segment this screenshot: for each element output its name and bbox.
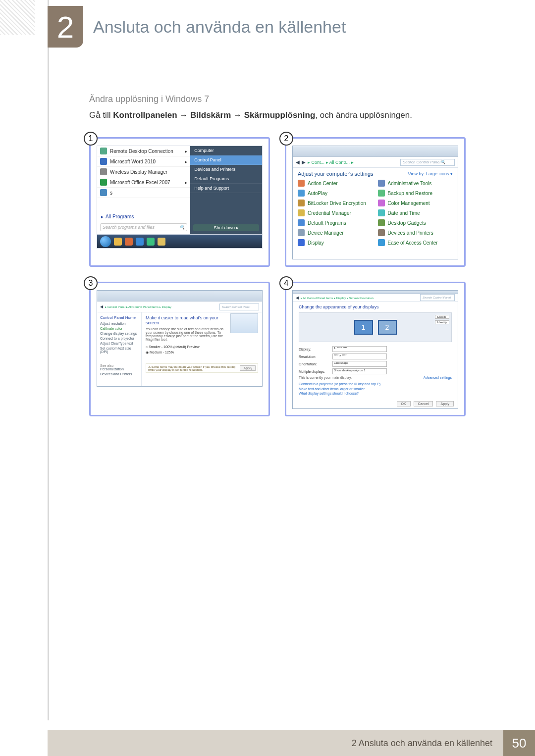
sidebar-link[interactable]: Personalization [100, 367, 138, 371]
all-programs-link[interactable]: ▸ All Programs [97, 212, 190, 221]
cp-item[interactable]: Administrative Tools [378, 180, 453, 187]
start-menu-item[interactable]: s [97, 188, 190, 198]
cp-item[interactable]: Ease of Access Center [378, 239, 453, 246]
display-select[interactable]: 1. **** **** [332, 346, 387, 352]
cp-item[interactable]: BitLocker Drive Encryption [298, 200, 373, 206]
start-search-input[interactable]: Search programs and files🔍 [100, 223, 187, 231]
start-menu-item[interactable]: Wireless Display Manager [97, 167, 190, 177]
panel-2-control-panel: 2 ◀ ▶ ▸ Cont... ▸ All Contr... ▸ Search … [285, 137, 466, 267]
label-resolution: Resolution: [299, 355, 328, 358]
taskbar-icon[interactable] [136, 238, 144, 246]
breadcrumb[interactable]: ▸ Cont... ▸ All Contr... ▸ [308, 160, 354, 165]
dialog-footer: OK Cancel Apply [293, 399, 458, 408]
cp-item[interactable]: Desktop Gadgets [378, 219, 453, 226]
sidebar-link[interactable]: Devices and Printers [100, 372, 138, 376]
cp-items-grid: Action Center Administrative Tools AutoP… [298, 180, 453, 246]
cp-item[interactable]: Date and Time [378, 209, 453, 216]
size-radio-100[interactable]: ○ Smaller - 100% (default) Preview [146, 345, 258, 349]
view-by-dropdown[interactable]: View by: Large icons ▾ [408, 171, 453, 176]
clock-icon [378, 209, 385, 216]
apply-button[interactable]: Apply [240, 365, 256, 371]
cp-item[interactable]: Default Programs [298, 219, 373, 226]
sidebar-link[interactable]: Set custom text size (DPI) [100, 347, 138, 353]
start-orb-icon[interactable] [100, 236, 111, 247]
credential-icon [298, 209, 305, 216]
cp-item[interactable]: Color Management [378, 200, 453, 206]
apply-button[interactable]: Apply [436, 401, 454, 406]
sidebar-link[interactable]: Connect to a projector [100, 337, 138, 340]
cp-item[interactable]: Devices and Printers [378, 229, 453, 236]
back-icon[interactable]: ◀ [100, 304, 103, 309]
label: AutoPlay [308, 191, 327, 196]
advanced-settings-link[interactable]: Advanced settings [424, 376, 452, 379]
label: All Programs [106, 214, 134, 219]
ok-button[interactable]: OK [397, 401, 411, 406]
size-radio-125[interactable]: ◉ Medium - 125% [146, 351, 258, 354]
start-menu-item[interactable]: Microsoft Office Excel 2007▸ [97, 177, 190, 188]
orientation-select[interactable]: Landscape [332, 361, 387, 367]
identify-button[interactable]: Identify [435, 320, 449, 324]
start-right-item[interactable]: Default Programs [190, 174, 262, 184]
cp-item[interactable]: Backup and Restore [378, 190, 453, 197]
start-right-item[interactable]: Devices and Printers [190, 165, 262, 174]
taskbar-icon[interactable] [147, 238, 155, 246]
label: s [110, 190, 112, 196]
cp-item[interactable]: Device Manager [298, 229, 373, 236]
search-icon: 🔍 [440, 160, 445, 164]
path-kontrollpanelen: Kontrollpanelen [113, 110, 177, 120]
content-area: Ändra upplösning i Windows 7 Gå till Kon… [89, 94, 466, 416]
taskbar [97, 235, 263, 249]
panel-3-display: 3 ◀ ▸ Control Panel ▸ All Control Panel … [89, 282, 270, 416]
corner-stripes [0, 0, 35, 35]
back-icon[interactable]: ◀ [296, 159, 300, 165]
search-input[interactable]: Search Control Panel [420, 294, 455, 301]
cp-item[interactable]: Credential Manager [298, 209, 373, 216]
forward-icon[interactable]: ▶ [302, 159, 306, 165]
sidebar-link[interactable]: Adjust resolution [100, 322, 138, 325]
monitor-layout[interactable]: 1 2 Detect Identify [299, 312, 452, 342]
multiple-select[interactable]: Show desktop only on 1 [332, 368, 387, 374]
projector-link[interactable]: Connect to a projector (or press the ⊞ k… [299, 382, 452, 386]
label: Default Programs [308, 220, 346, 226]
taskbar-icon[interactable] [158, 238, 165, 246]
shutdown-button[interactable]: Shut down ▸ [193, 224, 259, 231]
start-right-item[interactable]: Help and Support [190, 184, 262, 193]
cp-item[interactable]: AutoPlay [298, 190, 373, 197]
search-input[interactable]: Search Control Panel🔍 [400, 159, 455, 166]
label: Device Manager [308, 230, 344, 236]
label: Ease of Access Center [388, 240, 438, 246]
panel-1-start-menu: 1 Remote Desktop Connection▸ Microsoft W… [89, 137, 270, 267]
back-icon[interactable]: ◀ [296, 296, 299, 300]
panel-number: 1 [84, 132, 98, 146]
start-right-item[interactable]: Computer [190, 146, 262, 155]
cp-item[interactable]: Action Center [298, 180, 373, 187]
cp-item-display[interactable]: Display [298, 239, 373, 246]
gadgets-icon [378, 219, 385, 226]
preview-thumbnail [230, 313, 258, 333]
detect-button[interactable]: Detect [435, 315, 449, 319]
text-size-link[interactable]: Make text and other items larger or smal… [299, 387, 452, 391]
resolution-select[interactable]: **** × **** [332, 353, 387, 359]
monitor-1[interactable]: 1 [354, 320, 373, 335]
start-menu-item[interactable]: Microsoft Word 2010▸ [97, 156, 190, 167]
label: Microsoft Word 2010 [110, 159, 156, 164]
address-bar: ◀ ▸ Control Panel ▸ All Control Panel It… [97, 302, 262, 312]
footer-chapter-label: 2 Ansluta och använda en källenhet [48, 730, 503, 756]
taskbar-icon[interactable] [114, 238, 122, 246]
placeholder: Search Control Panel [423, 296, 451, 299]
monitor-2[interactable]: 2 [378, 320, 397, 335]
breadcrumb[interactable]: ▸ All Control Panel Items ▸ Display ▸ Sc… [301, 296, 374, 300]
label: Date and Time [388, 210, 420, 216]
search-input[interactable]: Search Control Panel [219, 303, 259, 310]
taskbar-icon[interactable] [125, 238, 133, 246]
sidebar-link[interactable]: Adjust ClearType text [100, 342, 138, 345]
sidebar-link[interactable]: Change display settings [100, 332, 138, 335]
start-menu-item[interactable]: Remote Desktop Connection▸ [97, 146, 190, 156]
sidebar-link[interactable]: Calibrate color [100, 327, 138, 330]
breadcrumb[interactable]: ▸ Control Panel ▸ All Control Panel Item… [105, 305, 171, 308]
start-right-item-control-panel[interactable]: Control Panel [190, 155, 262, 165]
path-bildskarm: Bildskärm [190, 110, 231, 120]
help-link[interactable]: What display settings should I choose? [299, 392, 452, 395]
sidebar-heading[interactable]: Control Panel Home [100, 315, 138, 320]
cancel-button[interactable]: Cancel [414, 401, 433, 406]
